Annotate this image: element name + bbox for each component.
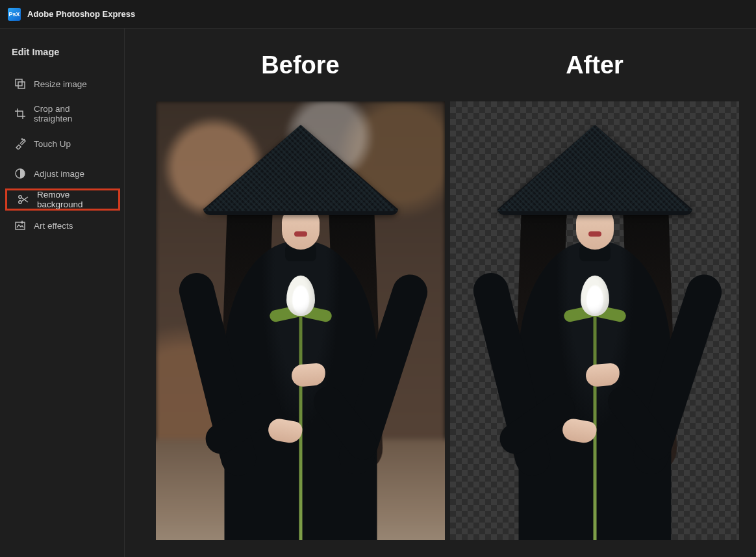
adjust-icon [14, 168, 26, 179]
svg-point-6 [19, 201, 21, 203]
sidebar-item-crop[interactable]: Crop and straighten [1, 99, 123, 129]
sidebar-item-label: Adjust image [34, 169, 84, 179]
svg-point-5 [19, 196, 21, 198]
sidebar-item-remove-background[interactable]: Remove background [5, 188, 120, 211]
fx-icon [14, 220, 26, 231]
svg-point-3 [21, 138, 22, 139]
sidebar-item-label: Resize image [34, 79, 87, 89]
svg-rect-0 [16, 79, 22, 86]
title-bar: PsX Adobe Photoshop Express [0, 0, 756, 29]
sidebar-item-label: Crop and straighten [34, 104, 110, 123]
sidebar-heading: Edit Image [0, 44, 124, 69]
sidebar-item-adjust[interactable]: Adjust image [1, 159, 123, 188]
sidebar: Edit Image Resize image Crop and straigh… [0, 29, 125, 557]
svg-rect-1 [18, 82, 25, 88]
sidebar-item-label: Art effects [34, 221, 73, 231]
sidebar-item-art-effects[interactable]: Art effects [1, 211, 123, 240]
brush-icon [14, 138, 26, 149]
after-image [450, 101, 739, 540]
app-title: Adobe Photoshop Express [27, 9, 135, 19]
sidebar-item-label: Touch Up [34, 139, 71, 149]
before-label: Before [156, 51, 445, 79]
resize-icon [14, 78, 26, 90]
svg-point-2 [23, 139, 24, 140]
scissors-icon [18, 194, 29, 205]
app-icon: PsX [8, 8, 21, 21]
sidebar-item-touchup[interactable]: Touch Up [1, 129, 123, 159]
content-area: Before After [125, 29, 756, 557]
sidebar-item-resize[interactable]: Resize image [1, 69, 123, 99]
crop-icon [14, 108, 26, 120]
sidebar-item-label: Remove background [37, 190, 107, 209]
after-label: After [450, 51, 739, 79]
before-image [156, 101, 445, 540]
